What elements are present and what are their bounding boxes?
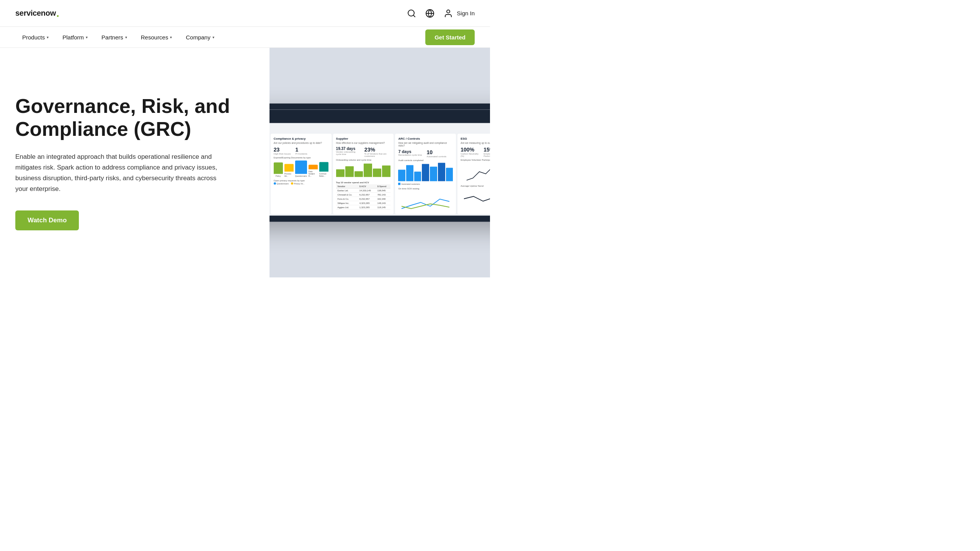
table-header: Vendor xyxy=(336,184,358,189)
card-title: Compliance & privacy xyxy=(274,137,328,140)
sign-in-label: Sign In xyxy=(457,10,475,16)
legend-label: Automated customers xyxy=(401,183,420,185)
table-cell: 1,323,265 xyxy=(358,205,376,209)
nav-resources-label: Resources xyxy=(141,34,168,41)
nav-platform-label: Platform xyxy=(62,34,84,41)
sidebar-item-resources[interactable]: Resources ▾ xyxy=(134,31,179,44)
table-row: Earlax Ltd. 14,333,145 138,545 xyxy=(336,188,391,192)
chart-title: Expired/Expiring Documents by type xyxy=(274,156,328,159)
metric-value: 10 xyxy=(426,149,446,155)
bar xyxy=(336,170,345,177)
bar xyxy=(354,171,363,177)
table-cell: 6,232,657 xyxy=(358,192,376,197)
blue-bar-chart xyxy=(398,162,453,181)
legend-item: Privacy Int... xyxy=(291,183,305,185)
hero-content: Governance, Risk, and Compliance (GRC) E… xyxy=(0,48,270,277)
table-cell: 162,340 xyxy=(376,197,391,201)
logo-link[interactable]: servicenow. xyxy=(15,8,59,19)
chart-title-2: Average Uptime %end xyxy=(461,185,490,187)
card-subtitle: How are we mitigating audit and complian… xyxy=(398,142,453,147)
table-cell: Silligoe Inc. xyxy=(336,201,358,205)
compliance-card: Compliance & privacy Are our policies an… xyxy=(271,134,332,214)
bar xyxy=(414,172,421,181)
bar-group: Data Subject R... xyxy=(309,165,318,177)
sign-in-button[interactable]: Sign In xyxy=(443,8,475,19)
line-chart-svg xyxy=(461,189,490,209)
card-metrics: 23 High Risk Issues 1 PI Incidents xyxy=(274,147,328,155)
bar-segment xyxy=(284,164,294,172)
bar-group: Contract Refer... xyxy=(319,162,328,177)
globe-icon[interactable] xyxy=(425,8,435,19)
bar-segment xyxy=(319,162,328,172)
legend-label: Privacy Int... xyxy=(294,183,305,185)
table-cell: Christall & Co. xyxy=(336,192,358,197)
header: servicenow. Sign In xyxy=(0,0,490,27)
bar xyxy=(345,166,354,177)
chart-title: Employee Volunteer Participation (%) xyxy=(461,159,490,161)
table-cell: Fons & Co. xyxy=(336,197,358,201)
metric-item: 10 Automated controls xyxy=(426,149,446,158)
card-title: ESG xyxy=(461,137,490,140)
metric-value: 19.37 days xyxy=(336,147,360,151)
bar xyxy=(406,165,413,181)
logo-text: servicenow xyxy=(15,9,56,18)
header-icons: Sign In xyxy=(406,8,475,19)
bar-segment xyxy=(274,163,283,174)
chart-title: Onboarding volume and cycle time xyxy=(336,159,391,161)
table-title: Top 10 vendor spend and ACV xyxy=(336,181,391,184)
chart-legend: Automated customers xyxy=(398,183,453,185)
metric-item: 23 High Risk Issues xyxy=(274,147,291,155)
bar-group: Policy xyxy=(274,163,283,177)
bar xyxy=(364,164,372,177)
get-started-button[interactable]: Get Started xyxy=(425,29,475,45)
metric-item: 15% Employee Volunteer Participation (%) xyxy=(483,147,490,157)
chevron-down-icon: ▾ xyxy=(86,35,88,39)
card-metrics: 100% Carbon Neutrality (%) 15% Employee … xyxy=(461,147,490,157)
sidebar-item-platform[interactable]: Platform ▾ xyxy=(56,31,95,44)
card-metrics: 7 days Remediation cycle time 10 Automat… xyxy=(398,149,453,158)
nav-partners-label: Partners xyxy=(101,34,123,41)
legend-dot xyxy=(274,183,276,185)
metric-value: 1 xyxy=(295,147,307,153)
nav-products-label: Products xyxy=(22,34,45,41)
bar-group: Questionnaire xyxy=(295,161,307,177)
sidebar-item-company[interactable]: Company ▾ xyxy=(179,31,221,44)
table-cell: 14,333,145 xyxy=(358,188,376,192)
hero-title: Governance, Risk, and Compliance (GRC) xyxy=(15,95,237,141)
bar-label: Process Att... xyxy=(284,173,294,177)
table-cell: 8,232,657 xyxy=(358,197,376,201)
privacy-legend: Questionnaire Privacy Int... xyxy=(274,183,328,185)
sidebar-item-partners[interactable]: Partners ▾ xyxy=(95,31,134,44)
line-chart xyxy=(398,192,453,211)
watch-demo-button[interactable]: Watch Demo xyxy=(15,210,79,230)
metric-value: 100% xyxy=(461,147,479,153)
bar-group: Process Att... xyxy=(284,164,294,177)
line-chart xyxy=(461,163,490,183)
user-icon xyxy=(443,8,454,19)
chevron-down-icon: ▾ xyxy=(47,35,49,39)
chart-title-2: On-time SOX testing xyxy=(398,187,453,190)
search-icon[interactable] xyxy=(406,8,417,19)
metric-label: High Risk Issues xyxy=(274,153,291,155)
card-subtitle: Are our policies and procedures up to da… xyxy=(274,142,328,144)
metric-item: 23% % of Vendors that are customers xyxy=(364,147,391,157)
table-cell: 118,145 xyxy=(376,205,391,209)
sidebar-item-products[interactable]: Products ▾ xyxy=(15,31,56,44)
hero-visual: servicenow Summary Risk exposure Where a… xyxy=(270,48,490,277)
metric-item: 1 PI Incidents xyxy=(295,147,307,155)
bar-label: Policy xyxy=(276,175,281,177)
metric-item: 100% Carbon Neutrality (%) xyxy=(461,147,479,157)
line-chart-svg xyxy=(461,163,490,183)
table-row: Christall & Co. 6,232,657 782,143 xyxy=(336,192,391,197)
table-row: Fons & Co. 8,232,657 162,340 xyxy=(336,197,391,201)
metric-label: PI Incidents xyxy=(295,153,307,155)
stacked-bar-chart: Policy Process Att... Questionnaire xyxy=(274,160,328,177)
supplier-card: Supplier How effective is our suppliers … xyxy=(333,134,394,214)
legend-item: Questionnaire xyxy=(274,183,289,185)
metric-label: % of Vendors that are customers xyxy=(364,153,391,157)
table-cell: Aggies Ltd. xyxy=(336,205,358,209)
hero-section: Governance, Risk, and Compliance (GRC) E… xyxy=(0,48,490,277)
bar xyxy=(438,163,445,181)
metric-value: 15% xyxy=(483,147,490,153)
hero-description: Enable an integrated approach that build… xyxy=(15,152,230,194)
